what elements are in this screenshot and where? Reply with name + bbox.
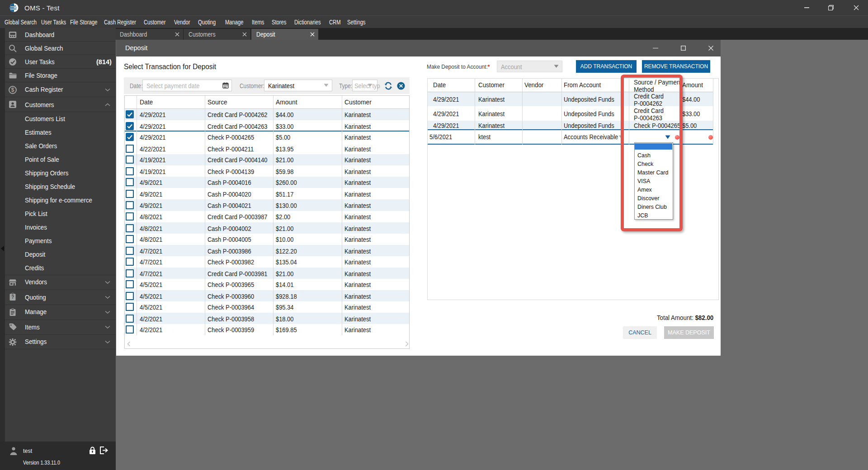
svg-text:?: ? [11,295,14,300]
svg-text:$: $ [11,87,14,93]
